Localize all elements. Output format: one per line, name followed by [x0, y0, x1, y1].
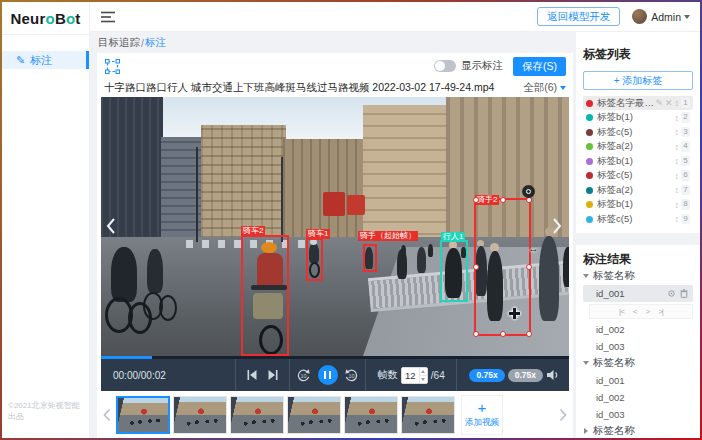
result-item-selected[interactable]: id_001 [583, 285, 693, 302]
video-thumbnail-2[interactable] [173, 396, 227, 434]
label-color-dot [586, 129, 593, 136]
video-thumbnail-5[interactable] [344, 396, 398, 434]
sidebar-item-annotate[interactable]: ✎ 标注 [2, 51, 89, 69]
sort-label-icon[interactable]: ↕ [675, 171, 680, 181]
scene-pedestrian [417, 247, 426, 273]
app-window: NeuroBot ✎ 标注 ©2021北京矩视智能出品 返回模型开发 Admin… [0, 0, 702, 440]
resize-handle[interactable] [500, 331, 506, 337]
add-video-button[interactable]: +添加视频 [461, 395, 503, 435]
volume-icon[interactable] [546, 369, 559, 381]
user-menu[interactable]: Admin [651, 11, 690, 23]
resize-handle[interactable] [500, 197, 506, 203]
locate-icon[interactable] [667, 289, 676, 298]
sort-label-icon[interactable]: ↕ [675, 200, 680, 210]
label-row[interactable]: 标签c(5) ↕6 [583, 169, 693, 183]
label-color-dot [586, 114, 593, 121]
prev-page-icon[interactable] [633, 307, 637, 316]
result-item[interactable]: id_002 [583, 321, 693, 338]
sort-label-icon[interactable]: ↕ [675, 113, 680, 123]
label-index-badge: 7 [681, 185, 690, 196]
resize-handle[interactable] [473, 264, 479, 270]
frame-number-stepper[interactable] [401, 367, 428, 384]
filter-all-dropdown[interactable]: 全部(6) [523, 81, 566, 95]
first-page-icon[interactable] [619, 307, 624, 316]
bbox-label[interactable]: 骑车2 [241, 226, 265, 236]
last-page-icon[interactable] [658, 307, 663, 316]
pencil-icon: ✎ [16, 54, 25, 67]
prev-frame-icon[interactable] [246, 369, 258, 381]
rewind-10-icon[interactable]: 10 [296, 368, 311, 383]
sort-label-icon[interactable]: ↕ [675, 98, 680, 108]
label-row[interactable]: 标签a(2) ↕4 [583, 140, 693, 154]
strip-prev-icon[interactable] [101, 395, 113, 435]
back-to-model-dev-button[interactable]: 返回模型开发 [537, 7, 620, 26]
breadcrumb-parent[interactable]: 目标追踪 [98, 36, 140, 50]
video-thumbnail-3[interactable] [230, 396, 284, 434]
pause-button[interactable] [318, 365, 338, 385]
chevron-down-icon [583, 274, 589, 278]
video-thumbnail-4[interactable] [287, 396, 341, 434]
result-item[interactable]: id_002 [583, 389, 693, 406]
label-color-dot [586, 158, 593, 165]
resize-handle[interactable] [473, 331, 479, 337]
sort-label-icon[interactable]: ↕ [675, 185, 680, 195]
bbox-label[interactable]: 骑车1 [306, 229, 330, 239]
box-anchor-icon[interactable] [522, 185, 535, 198]
bbox-label[interactable]: 骑手（起始帧） [358, 231, 418, 241]
label-row[interactable]: 标签c(5) ↕9 [583, 212, 693, 226]
edit-label-icon[interactable]: ✎ [655, 98, 663, 108]
result-item[interactable]: id_003 [583, 338, 693, 355]
bbox-label[interactable]: 行人1 [441, 232, 465, 242]
sort-label-icon[interactable]: ↕ [675, 127, 680, 137]
sort-label-icon[interactable]: ↕ [675, 142, 680, 152]
rect-select-tool-icon[interactable] [104, 58, 121, 75]
menu-collapse-icon[interactable] [100, 11, 116, 23]
result-group-header-collapsed[interactable]: 标签名称 [583, 423, 693, 439]
bbox-cyclist-2[interactable]: 骑车2 [241, 235, 289, 356]
video-next-button[interactable] [549, 214, 565, 238]
video-thumbnail-6[interactable] [401, 396, 455, 434]
chevron-down-icon [583, 361, 589, 365]
label-row[interactable]: 标签c(5) ↕3 [583, 125, 693, 139]
bbox-rider-startframe[interactable] [363, 244, 377, 272]
frame-number-input[interactable] [402, 368, 419, 383]
strip-next-icon[interactable] [557, 395, 569, 435]
forward-10-icon[interactable]: 10 [344, 368, 359, 383]
next-page-icon[interactable] [646, 307, 650, 316]
resize-handle[interactable] [473, 197, 479, 203]
video-thumbnail-1[interactable] [116, 396, 170, 434]
bbox-pedestrian-1[interactable]: 行人1 [440, 240, 468, 302]
label-row[interactable]: 标签b(1) ↕5 [583, 154, 693, 168]
sort-label-icon[interactable]: ↕ [675, 156, 680, 166]
avatar[interactable] [632, 9, 647, 24]
label-color-dot [586, 143, 593, 150]
speed-button[interactable]: 0.75x [508, 369, 543, 382]
result-item[interactable]: id_001 [583, 372, 693, 389]
resize-handle[interactable] [526, 331, 532, 337]
app-logo: NeuroBot [2, 2, 89, 35]
video-canvas[interactable]: 骑车2 骑车1 骑手（起始帧） 行人1 骑手2 [101, 97, 569, 356]
label-row[interactable]: 标签b(1) ↕8 [583, 198, 693, 212]
video-prev-button[interactable] [103, 214, 119, 238]
save-button[interactable]: 保存(S) [513, 57, 566, 76]
label-row[interactable]: 标签b(1) ↕2 [583, 111, 693, 125]
result-group-header[interactable]: 标签名称 [583, 355, 693, 372]
show-annotation-toggle[interactable] [434, 60, 456, 72]
result-item[interactable]: id_003 [583, 406, 693, 423]
bbox-selected-rider-2[interactable]: 骑手2 ↔ [474, 198, 531, 336]
frame-down-icon[interactable] [420, 376, 427, 383]
next-frame-icon[interactable] [267, 369, 279, 381]
frame-up-icon[interactable] [420, 368, 427, 376]
speed-button-active[interactable]: 0.75x [469, 369, 504, 382]
resize-handle[interactable] [526, 264, 532, 270]
label-row[interactable]: 标签名字最长数... ✎✕↕1 [583, 96, 693, 110]
result-group-header[interactable]: 标签名称 [583, 268, 693, 285]
label-row[interactable]: 标签a(2) ↕7 [583, 183, 693, 197]
bbox-cyclist-1[interactable]: 骑车1 [306, 238, 323, 281]
sort-label-icon[interactable]: ↕ [675, 214, 680, 224]
add-label-button[interactable]: + 添加标签 [583, 71, 693, 90]
trash-icon[interactable] [680, 289, 688, 298]
label-color-dot [586, 172, 593, 179]
player-controls: 00:00/00:02 10 10 帧数 [101, 359, 569, 391]
delete-label-icon[interactable]: ✕ [665, 98, 673, 108]
